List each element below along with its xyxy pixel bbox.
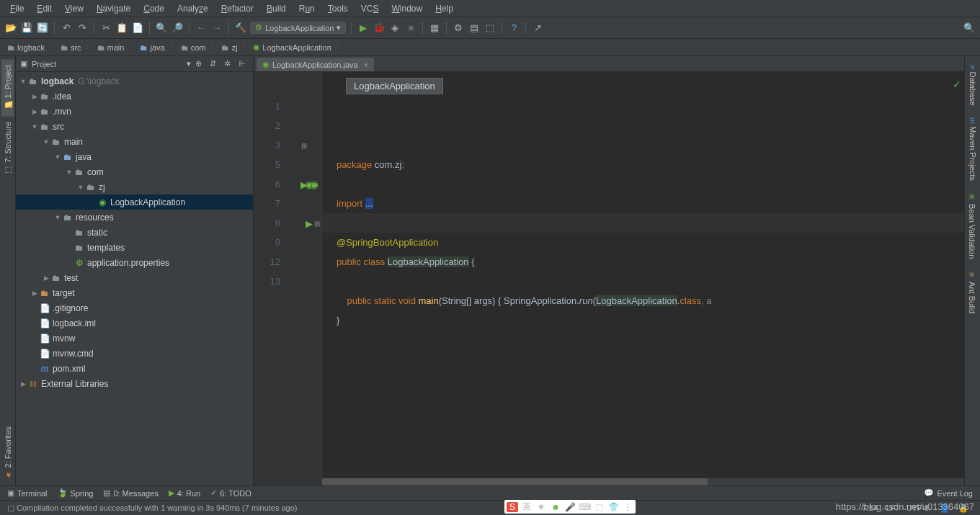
tree-node[interactable]: ▼🖿com bbox=[16, 164, 253, 179]
tree-node[interactable]: 📄logback.iml bbox=[16, 315, 253, 331]
java-icon: 🖿 bbox=[140, 43, 148, 52]
code-area[interactable]: ✓ package com.zj; import ... @SpringBoot… bbox=[322, 72, 964, 485]
menu-help[interactable]: Help bbox=[429, 2, 459, 15]
file-icon: 🖿 bbox=[50, 137, 62, 147]
run-config-selector[interactable]: ⚙ LogbackApplication ▾ bbox=[250, 22, 346, 34]
coverage-icon[interactable]: ◈ bbox=[388, 22, 401, 35]
menu-refactor[interactable]: Refactor bbox=[215, 2, 259, 15]
bottom-tab[interactable]: ▶4: Run bbox=[169, 488, 200, 498]
copy-icon[interactable]: 📋 bbox=[115, 22, 128, 35]
breadcrumb-item[interactable]: 🖿zj bbox=[218, 42, 240, 53]
breadcrumb-item[interactable]: 🖿java bbox=[137, 42, 167, 53]
tree-node[interactable]: 📄mvnw.cmd bbox=[16, 346, 253, 361]
project-title[interactable]: Project bbox=[32, 60, 182, 68]
open-icon[interactable]: 📂 bbox=[4, 22, 17, 35]
help-icon[interactable]: ? bbox=[507, 22, 520, 35]
bottom-tab[interactable]: 🍃Spring bbox=[58, 488, 94, 498]
stop-icon[interactable]: ■ bbox=[404, 22, 417, 35]
tree-node[interactable]: ◉LogbackApplication bbox=[16, 194, 253, 210]
tree-node[interactable]: ▼🖿main bbox=[16, 134, 253, 149]
tab-ant-build[interactable]: ※ Ant Build bbox=[966, 264, 979, 319]
inspection-ok-icon[interactable]: ✓ bbox=[953, 75, 961, 94]
menu-window[interactable]: Window bbox=[386, 2, 428, 15]
tree-node[interactable]: ▼🖿java bbox=[16, 149, 253, 164]
spring-bean-icon[interactable]: ◉▸ bbox=[305, 175, 318, 194]
debug-icon[interactable]: 🐞 bbox=[373, 22, 386, 35]
tree-node[interactable]: ▼🖿logbackG:\logback bbox=[16, 73, 253, 89]
breadcrumb-item[interactable]: 🖿logback bbox=[4, 42, 48, 53]
settings-icon[interactable]: ✲ bbox=[224, 59, 234, 69]
event-log-button[interactable]: 💬Event Log bbox=[924, 488, 973, 498]
tree-node[interactable]: ⚙application.properties bbox=[16, 255, 253, 270]
tree-node[interactable]: mpom.xml bbox=[16, 361, 253, 376]
menu-code[interactable]: Code bbox=[138, 2, 170, 15]
horizontal-scrollbar[interactable] bbox=[322, 478, 964, 485]
fold-icon[interactable]: ⊞ bbox=[301, 142, 307, 150]
run-gutter-icon[interactable]: ▶ bbox=[306, 218, 313, 229]
close-icon[interactable]: × bbox=[364, 61, 368, 69]
tree-node[interactable]: ▶🖿.idea bbox=[16, 89, 253, 104]
breadcrumb-item[interactable]: 🖿main bbox=[94, 42, 128, 53]
tab-icon: ✓ bbox=[210, 488, 217, 498]
status-message: Compilation completed successfully with … bbox=[17, 503, 297, 512]
find-icon[interactable]: 🔍 bbox=[155, 22, 168, 35]
menu-analyze[interactable]: Analyze bbox=[172, 2, 214, 15]
tab-database[interactable]: ≡ Database bbox=[967, 59, 979, 112]
tree-node[interactable]: ▼🖿resources bbox=[16, 210, 253, 225]
forward-icon[interactable]: → bbox=[210, 22, 223, 35]
settings-icon[interactable]: ⚙ bbox=[452, 22, 465, 35]
fold-icon[interactable]: ⊞ bbox=[314, 214, 320, 233]
menu-view[interactable]: View bbox=[59, 2, 89, 15]
bottom-tab[interactable]: ▤0: Messages bbox=[103, 488, 158, 498]
sdk-icon[interactable]: ⬚ bbox=[484, 22, 496, 35]
menu-build[interactable]: Build bbox=[261, 2, 292, 15]
search-everywhere-icon[interactable]: 🔍 bbox=[963, 22, 976, 35]
chevron-down-icon[interactable]: ▾ bbox=[187, 59, 191, 68]
replace-icon[interactable]: 🔎 bbox=[171, 22, 184, 35]
status-icon[interactable]: ▢ bbox=[7, 503, 14, 513]
tab-favorites[interactable]: ★2: Favorites bbox=[1, 421, 14, 485]
menu-vcs[interactable]: VCS bbox=[355, 2, 385, 15]
menu-run[interactable]: Run bbox=[293, 2, 321, 15]
menu-navigate[interactable]: Navigate bbox=[91, 2, 136, 15]
menu-edit[interactable]: Edit bbox=[31, 2, 58, 15]
tree-node[interactable]: 📄mvnw bbox=[16, 331, 253, 346]
tree-node[interactable]: 📄.gitignore bbox=[16, 300, 253, 315]
undo-icon[interactable]: ↶ bbox=[60, 22, 73, 35]
back-icon[interactable]: ← bbox=[195, 22, 208, 35]
menu-file[interactable]: File bbox=[4, 2, 30, 15]
tree-node[interactable]: ▶⦀⦀External Libraries bbox=[16, 376, 253, 391]
breadcrumb-item[interactable]: 🖿com bbox=[178, 42, 209, 53]
cut-icon[interactable]: ✂ bbox=[99, 22, 112, 35]
bottom-tab[interactable]: ✓6: TODO bbox=[210, 488, 251, 498]
breadcrumb-item[interactable]: ◉LogbackApplication bbox=[250, 41, 334, 53]
bottom-tab[interactable]: ▣Terminal bbox=[7, 488, 48, 498]
structure-icon[interactable]: ▤ bbox=[468, 22, 481, 35]
menu-tools[interactable]: Tools bbox=[322, 2, 354, 15]
tree-node[interactable]: 🖿templates bbox=[16, 240, 253, 255]
build-icon[interactable]: 🔨 bbox=[234, 22, 247, 35]
tab-maven[interactable]: m Maven Projects bbox=[967, 112, 979, 187]
locate-icon[interactable]: ⊕ bbox=[195, 59, 205, 69]
tree-node[interactable]: ▶🖿test bbox=[16, 270, 253, 285]
breadcrumb-item[interactable]: 🖿src bbox=[58, 42, 84, 53]
layout-icon[interactable]: ▦ bbox=[428, 22, 441, 35]
save-icon[interactable]: 💾 bbox=[20, 22, 33, 35]
collapse-icon[interactable]: ⇵ bbox=[210, 59, 220, 69]
tree-node[interactable]: ▶🖿.mvn bbox=[16, 104, 253, 119]
tips-icon[interactable]: ↗ bbox=[531, 22, 544, 35]
tab-logback-application[interactable]: ◉ LogbackApplication.java × bbox=[257, 58, 374, 71]
tree-node[interactable]: ▼🖿zj bbox=[16, 179, 253, 194]
tab-project[interactable]: 📁1: Project bbox=[1, 59, 14, 116]
sync-icon[interactable]: 🔄 bbox=[36, 22, 49, 35]
paste-icon[interactable]: 📄 bbox=[131, 22, 144, 35]
tree-node[interactable]: 🖿static bbox=[16, 225, 253, 240]
tree-node[interactable]: ▼🖿src bbox=[16, 119, 253, 134]
tree-node[interactable]: ▶🖿target bbox=[16, 285, 253, 300]
run-icon[interactable]: ▶ bbox=[357, 22, 370, 35]
hide-icon[interactable]: ⊩ bbox=[239, 59, 249, 69]
ime-toolbar[interactable]: S英✷☻🎤⌨⬚👕⋮ bbox=[504, 500, 636, 514]
tab-structure[interactable]: ⬚7: Structure bbox=[1, 116, 14, 181]
redo-icon[interactable]: ↷ bbox=[76, 22, 89, 35]
tab-bean-validation[interactable]: ※ Bean Validation bbox=[966, 187, 979, 264]
